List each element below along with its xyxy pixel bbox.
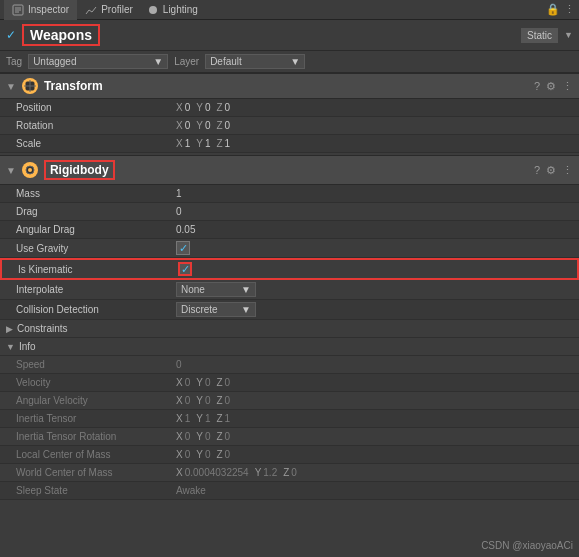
- lcm-y-field: Y 0: [196, 449, 210, 460]
- info-arrow: ▼: [6, 342, 15, 352]
- lcm-z-field: Z 0: [216, 449, 230, 460]
- wcm-z-field: Z 0: [283, 467, 297, 478]
- tag-layer-row: Tag Untagged ▼ Layer Default ▼: [0, 51, 579, 73]
- info-section[interactable]: ▼ Info: [0, 338, 579, 356]
- sleep-state-val: Awake: [176, 485, 206, 496]
- scale-label: Scale: [16, 138, 176, 149]
- info-label: Info: [19, 341, 36, 352]
- tab-profiler[interactable]: Profiler: [77, 0, 141, 20]
- scale-row: Scale X 1 Y 1 Z 1: [0, 135, 579, 153]
- tag-dropdown[interactable]: Untagged ▼: [28, 54, 168, 69]
- layer-label: Layer: [174, 56, 199, 67]
- rigidbody-menu-icon[interactable]: ⋮: [562, 164, 573, 177]
- constraints-arrow: ▶: [6, 324, 13, 334]
- itr-x-field: X 0: [176, 431, 190, 442]
- use-gravity-checkmark: ✓: [179, 242, 188, 255]
- velocity-y-field: Y 0: [196, 377, 210, 388]
- interpolate-arrow: ▼: [241, 284, 251, 295]
- collision-detection-val: Discrete: [181, 304, 218, 315]
- itr-x: 0: [185, 431, 191, 442]
- local-center-mass-value: X 0 Y 0 Z 0: [176, 449, 573, 460]
- layer-dropdown[interactable]: Default ▼: [205, 54, 305, 69]
- lighting-dot-icon: [149, 6, 157, 14]
- rigidbody-header-actions: ? ⚙ ⋮: [534, 164, 573, 177]
- tab-inspector-label: Inspector: [28, 4, 69, 15]
- speed-label: Speed: [16, 359, 176, 370]
- use-gravity-checkbox[interactable]: ✓: [176, 241, 190, 255]
- position-value: X 0 Y 0 Z 0: [176, 102, 573, 113]
- rotation-y-field[interactable]: Y 0: [196, 120, 210, 131]
- tag-value: Untagged: [33, 56, 76, 67]
- transform-header[interactable]: ▼ Transform ? ⚙ ⋮: [0, 73, 579, 99]
- tab-lighting[interactable]: Lighting: [141, 0, 206, 20]
- angular-drag-val: 0.05: [176, 224, 195, 235]
- watermark: CSDN @xiaoyaoACi: [481, 540, 573, 551]
- lcm-x-field: X 0: [176, 449, 190, 460]
- sleep-state-row: Sleep State Awake: [0, 482, 579, 500]
- profiler-icon: [85, 4, 97, 16]
- drag-value: 0: [176, 206, 573, 217]
- rotation-x-field[interactable]: X 0: [176, 120, 190, 131]
- scale-x-field[interactable]: X 1: [176, 138, 190, 149]
- itr-y: 0: [205, 431, 211, 442]
- ang-vel-x: 0: [185, 395, 191, 406]
- position-label: Position: [16, 102, 176, 113]
- tag-label: Tag: [6, 56, 22, 67]
- rotation-z-field[interactable]: Z 0: [216, 120, 230, 131]
- position-x: 0: [185, 102, 191, 113]
- rigidbody-help-icon[interactable]: ?: [534, 164, 540, 176]
- velocity-x: 0: [185, 377, 191, 388]
- rigidbody-settings-icon[interactable]: ⚙: [546, 164, 556, 177]
- object-enabled-checkbox[interactable]: ✓: [6, 28, 16, 42]
- transform-title: Transform: [44, 79, 103, 93]
- static-button[interactable]: Static: [521, 28, 558, 43]
- lcm-y: 0: [205, 449, 211, 460]
- more-options-icon[interactable]: ⋮: [564, 3, 575, 16]
- rigidbody-header[interactable]: ▼ Rigidbody ? ⚙ ⋮: [0, 155, 579, 185]
- angular-velocity-row: Angular Velocity X 0 Y 0 Z 0: [0, 392, 579, 410]
- inertia-tensor-rotation-label: Inertia Tensor Rotation: [16, 431, 176, 442]
- velocity-z-field: Z 0: [216, 377, 230, 388]
- tab-bar-actions: 🔒 ⋮: [546, 3, 575, 16]
- static-dropdown-arrow[interactable]: ▼: [564, 30, 573, 40]
- it-z-field: Z 1: [216, 413, 230, 424]
- local-center-mass-label: Local Center of Mass: [16, 449, 176, 460]
- constraints-section[interactable]: ▶ Constraints: [0, 320, 579, 338]
- velocity-x-field: X 0: [176, 377, 190, 388]
- transform-help-icon[interactable]: ?: [534, 80, 540, 92]
- scale-x: 1: [185, 138, 191, 149]
- interpolate-val: None: [181, 284, 205, 295]
- ang-vel-z: 0: [225, 395, 231, 406]
- drag-row: Drag 0: [0, 203, 579, 221]
- scale-y-field[interactable]: Y 1: [196, 138, 210, 149]
- tab-inspector[interactable]: Inspector: [4, 0, 77, 20]
- transform-menu-icon[interactable]: ⋮: [562, 80, 573, 93]
- angular-velocity-value: X 0 Y 0 Z 0: [176, 395, 573, 406]
- transform-settings-icon[interactable]: ⚙: [546, 80, 556, 93]
- transform-collapse-arrow: ▼: [6, 81, 16, 92]
- interpolate-dropdown[interactable]: None ▼: [176, 282, 256, 297]
- position-y-field[interactable]: Y 0: [196, 102, 210, 113]
- rotation-y: 0: [205, 120, 211, 131]
- mass-row: Mass 1: [0, 185, 579, 203]
- inertia-tensor-rotation-value: X 0 Y 0 Z 0: [176, 431, 573, 442]
- collision-detection-dropdown[interactable]: Discrete ▼: [176, 302, 256, 317]
- angular-drag-row: Angular Drag 0.05: [0, 221, 579, 239]
- interpolate-value: None ▼: [176, 282, 573, 297]
- position-z-field[interactable]: Z 0: [216, 102, 230, 113]
- tab-lighting-label: Lighting: [163, 4, 198, 15]
- it-z: 1: [225, 413, 231, 424]
- interpolate-row: Interpolate None ▼: [0, 280, 579, 300]
- position-x-field[interactable]: X 0: [176, 102, 190, 113]
- lock-icon[interactable]: 🔒: [546, 3, 560, 16]
- ang-vel-y-field: Y 0: [196, 395, 210, 406]
- sleep-state-label: Sleep State: [16, 485, 176, 496]
- is-kinematic-checkbox[interactable]: ✓: [178, 262, 192, 276]
- constraints-label: Constraints: [17, 323, 68, 334]
- rigidbody-icon: [22, 162, 38, 178]
- world-center-mass-value: X 0.0004032254 Y 1.2 Z 0: [176, 467, 573, 478]
- wcm-y: 1.2: [263, 467, 277, 478]
- scale-z-field[interactable]: Z 1: [216, 138, 230, 149]
- itr-z-field: Z 0: [216, 431, 230, 442]
- world-center-mass-label: World Center of Mass: [16, 467, 176, 478]
